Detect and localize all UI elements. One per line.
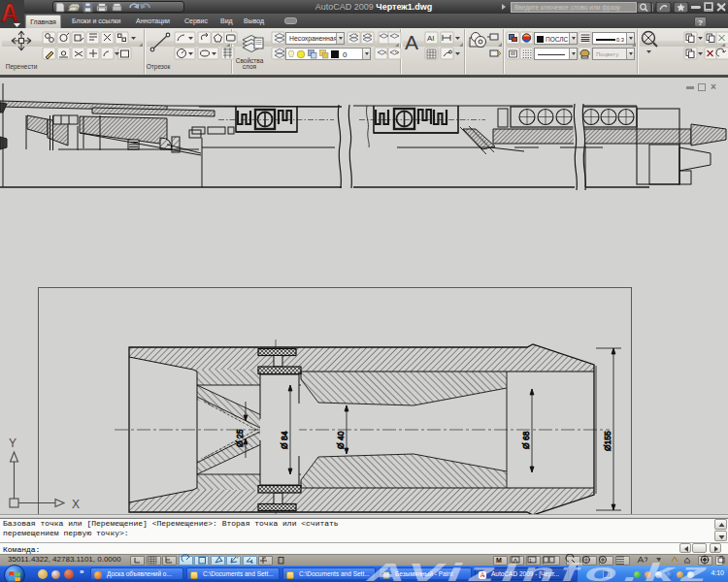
svg-text:Ø155: Ø155 <box>603 431 612 451</box>
svg-text:Ø 68: Ø 68 <box>521 431 531 449</box>
svg-text:X: X <box>72 498 80 511</box>
svg-text:Ø 40: Ø 40 <box>336 431 346 449</box>
svg-text:0: 0 <box>343 50 347 59</box>
svg-text:Y: Y <box>9 436 17 450</box>
svg-text:AI: AI <box>427 34 435 43</box>
svg-text:A: A <box>1 0 18 26</box>
svg-text:Ø 25: Ø 25 <box>235 429 245 447</box>
svg-text:A: A <box>405 31 418 53</box>
svg-text:Ø 84: Ø 84 <box>280 431 289 449</box>
